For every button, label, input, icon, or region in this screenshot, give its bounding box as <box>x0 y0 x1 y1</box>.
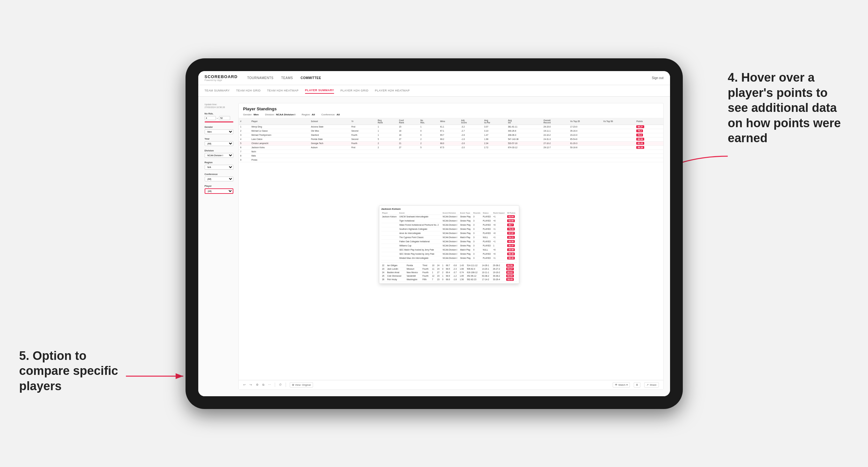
top-nav: SCOREBOARD Powered by clippi TOURNAMENTS… <box>198 71 670 85</box>
conference-filter-label: Conference: <box>321 113 335 116</box>
conference-filter-display: Conference: All <box>321 113 340 116</box>
event-row: The Cypress Point Classic NCAA Division … <box>381 235 517 240</box>
event-table-head: Player Event Event Division Event Type R… <box>381 212 517 215</box>
watch-label: Watch <box>618 383 625 386</box>
event-row: Mirabel Maui Jim Intercollegiate NCAA Di… <box>381 256 517 260</box>
logo-sub: Powered by clippi <box>205 79 238 81</box>
no-rds-slider[interactable] <box>205 121 233 122</box>
player-select[interactable]: (All) <box>205 188 233 194</box>
event-col-rounds: Rounds <box>472 212 482 215</box>
table-row: 8 Mats <box>239 154 663 158</box>
table-row: 23 Jack Lundin Missouri Fourth 11 24 0 6… <box>381 267 517 271</box>
sub-nav-player-h2h-grid[interactable]: PLAYER H2H GRID <box>340 88 369 93</box>
separator-2 <box>286 382 286 387</box>
event-row: SEC Stroke Play hosted by Jerry Pate NCA… <box>381 252 517 256</box>
event-tooltip: Jackson Kolson Player Event Event Divisi… <box>379 205 519 284</box>
table-header-row: # Player School Yr RegRank ConfRank NoRd… <box>239 118 663 125</box>
event-row: Jackson Kolson UNCW Seahawk Intercollegi… <box>381 215 517 219</box>
event-col-status: Status <box>482 212 492 215</box>
sub-nav-team-summary[interactable]: TEAM SUMMARY <box>205 88 230 93</box>
view-original-label: View: Original <box>295 383 311 386</box>
points-6[interactable]: 58.18 <box>635 145 663 150</box>
table-body: 1 Wenyi Ding Arizona State First 1 15 1 … <box>239 125 663 162</box>
copy-icon[interactable]: ⧉ <box>262 383 264 387</box>
nav-committee[interactable]: COMMITTEE <box>301 75 321 81</box>
logo: SCOREBOARD <box>205 74 238 79</box>
arrow-left <box>123 367 186 386</box>
share-button[interactable]: ↗ Share <box>644 382 658 387</box>
filter-year: Year (All) <box>205 137 233 146</box>
more-icon[interactable]: ⋯ <box>268 383 271 386</box>
no-rds-max-input[interactable] <box>219 116 230 120</box>
table-row: 26 Petr Hruby Washington Fifth 7 23 0 68… <box>381 278 517 281</box>
points-1[interactable]: 88.2+ <box>635 125 663 129</box>
conference-filter-val: All <box>337 113 340 116</box>
region-select[interactable]: N/A <box>205 165 233 169</box>
sub-nav-player-h2h-heatmap[interactable]: PLAYER H2H HEATMAP <box>375 88 410 93</box>
col-avg-sg: AvgSG <box>506 118 542 125</box>
col-conf-rank: ConfRank <box>398 118 419 125</box>
event-row: Wake Forest Invitational at Pinehurst No… <box>381 223 517 227</box>
share-icon: ↗ <box>647 383 649 386</box>
gender-label: Gender <box>205 126 233 128</box>
col-no-rds: NoRds. <box>419 118 439 125</box>
conference-select[interactable]: (All) <box>205 177 233 181</box>
table-row: 9 Presto <box>239 158 663 162</box>
filter-no-rds: No Rds. – <box>205 112 233 122</box>
watch-button[interactable]: 👁 Watch ▾ <box>613 382 630 387</box>
table-scroll-container[interactable]: # Player School Yr RegRank ConfRank NoRd… <box>239 118 663 380</box>
sub-nav-team-h2h-heatmap[interactable]: TEAM H2H HEATMAP <box>267 88 299 93</box>
nav-items: TOURNAMENTS TEAMS COMMITTEE <box>247 75 652 81</box>
separator-1 <box>275 382 275 387</box>
table-row: 22 Ian Gilligan Florida Third 10 24 1 68… <box>381 264 517 268</box>
download-button[interactable]: ⬇ <box>634 382 641 387</box>
rank-1: 1 <box>239 125 250 129</box>
table-row: 25 Cole Sherwood Vanderbilt Fourth 12 23… <box>381 274 517 278</box>
table-row: 3 Michael Thorbjornsen Stanford Fourth 1… <box>239 133 663 137</box>
tablet-frame: SCOREBOARD Powered by clippi TOURNAMENTS… <box>186 58 683 409</box>
nav-teams[interactable]: TEAMS <box>281 75 293 81</box>
bottom-toolbar: ↩ ↪ ⚙ ⧉ ⋯ ⏱ ⊞ View: Original <box>239 380 663 390</box>
event-details-table: Player Event Event Division Event Type R… <box>381 212 517 260</box>
event-table-body: Jackson Kolson UNCW Seahawk Intercollegi… <box>381 215 517 260</box>
points-4[interactable]: 68.94 <box>635 137 663 141</box>
points-2[interactable]: 76.2 <box>635 129 663 133</box>
undo-icon[interactable]: ↩ <box>243 383 246 386</box>
event-col-points: W Points <box>506 212 517 215</box>
gender-select[interactable]: Men <box>205 129 233 134</box>
player-label: Player <box>205 185 233 187</box>
sign-out-button[interactable]: Sign out <box>652 76 664 80</box>
view-icon: ⊞ <box>292 383 294 386</box>
filter-conference: Conference (All) <box>205 173 233 181</box>
division-select[interactable]: NCAA Division I <box>205 153 233 158</box>
nav-tournaments[interactable]: TOURNAMENTS <box>247 75 274 81</box>
sub-nav-player-summary[interactable]: PLAYER SUMMARY <box>305 87 334 94</box>
region-filter-label: Region: <box>302 113 310 116</box>
points-3[interactable]: 70.0 <box>635 133 663 137</box>
event-row: SEC Match Play hosted by Jerry Pate NCAA… <box>381 248 517 252</box>
table-row: 7 Nichi <box>239 150 663 154</box>
points-5[interactable]: 60.#9 <box>635 141 663 145</box>
col-adj-score: Adj.Score <box>460 118 483 125</box>
event-row: Southern Highlands Collegiate NCAA Divis… <box>381 227 517 231</box>
view-original-button[interactable]: ⊞ View: Original <box>290 382 313 387</box>
table-area: Player Standings Gender: Men Division: N… <box>239 103 664 390</box>
annotation-right-text: Hover over a player's points to see addi… <box>728 71 841 145</box>
col-yr: Yr <box>350 118 376 125</box>
redo-icon[interactable]: ↪ <box>250 383 252 386</box>
col-points: Points <box>635 118 663 125</box>
event-row: Amer An Intercollegiate NCAA Division I … <box>381 231 517 235</box>
update-time: Update time: 27/03/2024 16:56:26 <box>205 103 233 110</box>
year-select[interactable]: (All) <box>205 141 233 146</box>
settings-icon[interactable]: ⚙ <box>256 383 258 386</box>
table-row highlighted: 5 Christo Lamprecht Georgia Tech Fourth … <box>239 141 663 145</box>
annotation-right-number: 4. <box>728 71 738 84</box>
no-rds-min-input[interactable] <box>205 116 216 120</box>
lower-rows-section: 22 Ian Gilligan Florida Third 10 24 1 68… <box>381 262 517 281</box>
col-player: Player <box>250 118 310 125</box>
clock-icon[interactable]: ⏱ <box>279 383 282 386</box>
sub-nav-team-h2h-grid[interactable]: TEAM H2H GRID <box>236 88 261 93</box>
col-reg-rank: RegRank <box>376 118 398 125</box>
col-overall: OverallRecord <box>542 118 569 125</box>
player-standings-table: # Player School Yr RegRank ConfRank NoRd… <box>239 118 663 162</box>
